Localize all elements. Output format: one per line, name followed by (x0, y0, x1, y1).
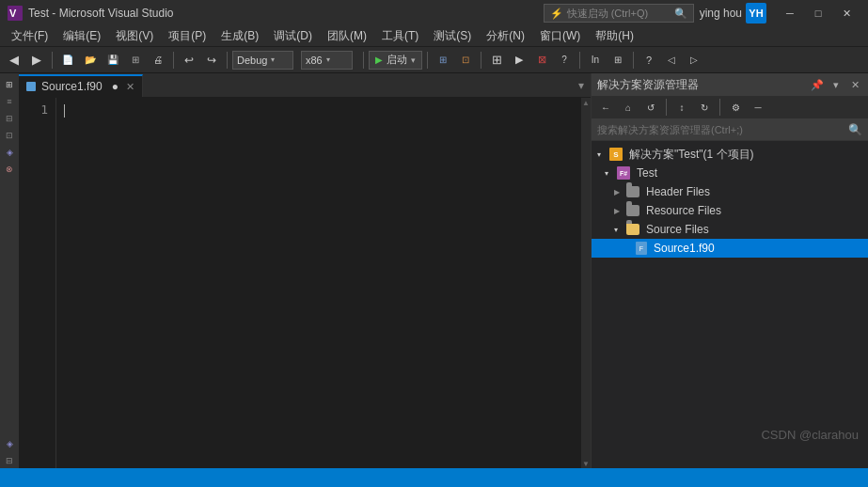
header-files-icon (626, 186, 639, 197)
tree-source-files[interactable]: ▾ Source Files (592, 220, 868, 239)
menu-analyze[interactable]: 分析(N) (479, 26, 532, 47)
solution-explorer-search[interactable]: 🔍 (592, 118, 868, 141)
user-avatar[interactable]: YH (746, 3, 766, 24)
source-files-arrow: ▾ (614, 226, 623, 234)
toolbar-btn9[interactable]: ◁ (661, 50, 682, 71)
toolbar-btn4[interactable]: ▶ (509, 50, 529, 71)
run-dropdown-arrow[interactable]: ▾ (411, 55, 416, 65)
toolbar-sep6 (481, 52, 481, 69)
menu-build[interactable]: 生成(B) (213, 26, 266, 47)
toolbar-saveall[interactable]: ⊞ (125, 50, 146, 71)
run-icon: ▶ (375, 55, 383, 65)
se-btn-refresh[interactable]: ↺ (640, 97, 661, 118)
menu-window[interactable]: 窗口(W) (532, 26, 588, 47)
tab-close-button[interactable]: ✕ (126, 81, 134, 93)
tree-solution[interactable]: ▾ S 解决方案"Test"(1 个项目) (592, 145, 868, 164)
activity-4[interactable]: ⊡ (1, 128, 18, 143)
title-bar: V Test - Microsoft Visual Studio ⚡ 快速启动 … (0, 0, 868, 26)
toolbar-sep7 (579, 52, 580, 69)
run-button[interactable]: ▶ 启动 ▾ (369, 51, 422, 70)
menu-file[interactable]: 文件(F) (4, 26, 55, 47)
menu-debug[interactable]: 调试(D) (266, 26, 320, 47)
toolbar-undo[interactable]: ↩ (179, 50, 199, 71)
editor-content[interactable]: 1 ▲ ▼ (19, 98, 591, 468)
tab-dropdown-button[interactable]: ▾ (572, 74, 591, 97)
scroll-up-button[interactable]: ▲ (581, 98, 591, 107)
se-btn-filter[interactable]: ↻ (694, 97, 715, 118)
source1-arrow: ▶ (623, 244, 633, 253)
menu-project[interactable]: 项目(P) (161, 26, 213, 47)
toolbar-btn5[interactable]: ⊠ (531, 50, 552, 71)
toolbar-btn2[interactable]: ⊡ (455, 50, 476, 71)
se-btn-collapse[interactable]: ↕ (671, 97, 692, 118)
se-btn-collapse2[interactable]: ─ (748, 97, 768, 118)
se-sep1 (666, 99, 667, 116)
toolbar-sep4 (363, 52, 364, 69)
toolbar-btn3[interactable]: ⊞ (486, 50, 507, 71)
activity-5[interactable]: ◈ (1, 145, 18, 160)
title-right: ⚡ 快速启动 (Ctrl+Q) 🔍 ying hou YH ─ □ ✕ (544, 0, 860, 26)
toolbar-back[interactable]: ◀ (4, 50, 24, 71)
toolbar-btn1[interactable]: ⊞ (433, 50, 453, 71)
menu-help[interactable]: 帮助(H) (588, 26, 641, 47)
menu-tools[interactable]: 工具(T) (374, 26, 426, 47)
activity-8[interactable]: ⊟ (1, 453, 18, 468)
close-button[interactable]: ✕ (832, 0, 860, 26)
svg-text:V: V (9, 8, 17, 19)
maximize-button[interactable]: □ (804, 0, 832, 26)
tab-bullet: ● (112, 80, 118, 93)
search-icon: 🔍 (674, 8, 687, 20)
activity-7[interactable]: ◈ (1, 436, 18, 451)
toolbar-file2[interactable]: 📂 (80, 50, 101, 71)
se-btn-home[interactable]: ⌂ (618, 97, 639, 118)
menu-edit[interactable]: 编辑(E) (55, 26, 108, 47)
se-dropdown-button[interactable]: ▾ (829, 77, 844, 92)
se-pin-button[interactable]: 📌 (810, 77, 825, 92)
toolbar-sep1 (52, 52, 53, 69)
tree-resource-files[interactable]: ▶ Resource Files (592, 201, 868, 220)
tree-source1-file[interactable]: ▶ F Source1.f90 (592, 239, 868, 258)
source1-file-icon: F (636, 242, 647, 255)
platform-arrow: ▾ (326, 55, 330, 64)
toolbar-btn7[interactable]: In (585, 50, 606, 71)
se-btn-back[interactable]: ← (595, 97, 616, 118)
watermark: CSDN @clarahou (761, 428, 859, 442)
activity-2[interactable]: ≡ (1, 94, 18, 109)
editor-scrollbar[interactable]: ▲ ▼ (581, 98, 591, 468)
solution-explorer-search-input[interactable] (597, 124, 844, 135)
minimize-button[interactable]: ─ (776, 0, 804, 26)
activity-3[interactable]: ⊟ (1, 111, 18, 126)
quick-launch[interactable]: ⚡ 快速启动 (Ctrl+Q) 🔍 (544, 4, 694, 23)
activity-6[interactable]: ⊗ (1, 162, 18, 177)
toolbar-btn8[interactable]: ⊞ (608, 50, 628, 71)
platform-select[interactable]: x86 ▾ (301, 51, 353, 70)
scroll-down-button[interactable]: ▼ (581, 459, 591, 468)
cursor (64, 104, 65, 118)
tree-header-files[interactable]: ▶ Header Files (592, 182, 868, 201)
solution-explorer: 解决方案资源管理器 📌 ▾ ✕ ← ⌂ ↺ ↕ ↻ ⚙ ─ 🔍 ▾ (591, 73, 868, 468)
toolbar-forward[interactable]: ▶ (26, 50, 47, 71)
toolbar-file1[interactable]: 📄 (57, 50, 78, 71)
toolbar-print[interactable]: 🖨 (148, 50, 168, 71)
menu-view[interactable]: 视图(V) (108, 26, 161, 47)
project-icon: F# (617, 166, 630, 180)
toolbar-btn6[interactable]: ? (554, 50, 575, 71)
toolbar-save[interactable]: 💾 (103, 50, 123, 71)
toolbar-btn10[interactable]: ▷ (684, 50, 704, 71)
se-close-button[interactable]: ✕ (847, 77, 862, 92)
toolbar-redo[interactable]: ↪ (201, 50, 222, 71)
source-files-icon (626, 224, 639, 235)
window-controls: ─ □ ✕ (776, 0, 860, 26)
user-area[interactable]: ying hou YH (700, 3, 766, 24)
activity-1[interactable]: ⊞ (1, 77, 18, 92)
vs-logo: V (8, 6, 23, 21)
debug-config-select[interactable]: Debug ▾ (232, 51, 293, 70)
se-btn-settings[interactable]: ⚙ (725, 97, 746, 118)
menu-test[interactable]: 测试(S) (426, 26, 479, 47)
menu-bar: 文件(F) 编辑(E) 视图(V) 项目(P) 生成(B) 调试(D) 团队(M… (0, 26, 868, 47)
menu-team[interactable]: 团队(M) (320, 26, 374, 47)
toolbar-help[interactable]: ? (639, 50, 659, 71)
code-area[interactable] (56, 98, 581, 468)
editor-tab-source1[interactable]: Source1.f90 ● ✕ (19, 74, 143, 97)
tree-project[interactable]: ▾ F# Test (592, 164, 868, 182)
